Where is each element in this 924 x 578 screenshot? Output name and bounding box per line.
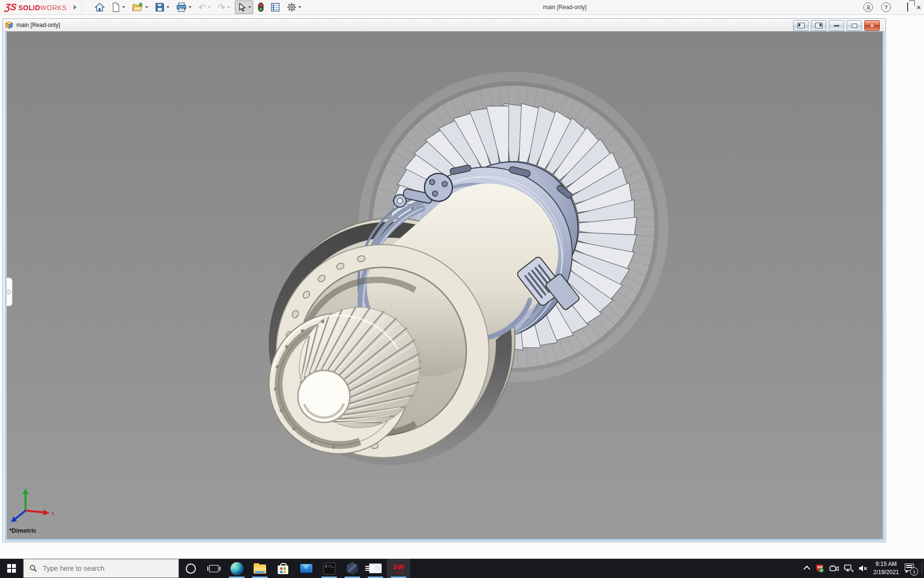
sw-shield-icon: SW [815,564,824,573]
dropdown-arrow-icon[interactable] [145,6,148,8]
windows-taskbar: C:\_ SW 2021 [0,559,924,578]
open-folder-icon [132,2,143,12]
jet-engine-model [5,31,885,541]
save-icon [155,2,165,12]
user-account-icon[interactable] [863,2,873,12]
taskbar-clock[interactable]: 9:15 AM 2/19/2021 [870,559,902,578]
print-icon [176,2,187,12]
windows-logo-icon [7,564,16,573]
minimize-icon [834,25,839,26]
doc-close-button[interactable]: × [864,20,880,31]
undo-button[interactable]: ↶ [196,0,213,14]
mdi-workspace: main [Read-only] × [0,15,924,559]
search-input[interactable] [42,564,164,573]
document-title: main [Read-only] [16,22,60,28]
solidworks-2021-icon: SW 2021 [393,563,404,574]
pane-toggle-right-button[interactable] [811,20,826,31]
feature-pane-flyout-tab[interactable] [5,277,13,306]
doc-restore-button[interactable] [847,20,862,31]
notification-badge: 1 [910,567,918,576]
restore-icon [852,24,857,28]
new-document-icon [112,2,120,12]
volume-muted-icon [858,564,868,573]
mail-icon [300,564,312,573]
network-ethernet-icon [844,564,853,573]
dropdown-arrow-icon[interactable] [208,6,211,8]
taskbar-solidworks[interactable]: SW 2021 [387,559,410,578]
new-document-button[interactable] [110,0,127,14]
volume-button[interactable] [856,559,870,578]
taskbar-desktop-app[interactable] [364,559,387,578]
command-prompt-icon: C:\_ [323,563,335,575]
person-glyph [866,5,871,10]
chevron-up-icon [803,565,810,572]
document-titlebar[interactable]: main [Read-only] × [3,19,886,31]
search-icon [29,565,37,572]
save-button[interactable] [153,0,171,14]
cortana-icon [186,564,196,574]
help-icon[interactable]: ? [881,2,891,12]
document-window: main [Read-only] × [2,18,886,542]
dropdown-arrow-icon[interactable] [298,6,301,8]
open-button[interactable] [130,0,150,14]
home-button[interactable] [92,0,107,14]
network-button[interactable] [841,559,856,578]
task-view-button[interactable] [202,559,225,578]
restore-button[interactable] [907,3,908,12]
clock-date: 2/19/2021 [873,568,899,577]
rebuild-button[interactable] [256,0,266,14]
redo-button[interactable]: ↷ [216,0,232,14]
home-icon [94,2,105,12]
menu-flyout-chevron-icon[interactable] [74,5,77,10]
cortana-button[interactable] [179,559,202,578]
dassault-glyph: ƷS [4,2,17,13]
reference-triad: x [9,487,55,526]
gear-icon [287,2,296,12]
action-center-button[interactable]: 1 [902,559,920,578]
taskbar-store[interactable] [271,559,295,578]
display-manager-icon [270,2,280,12]
dropdown-arrow-icon[interactable] [122,6,125,8]
show-desktop-button[interactable] [922,563,922,574]
taskbar-command-prompt[interactable]: C:\_ [318,559,341,578]
taskbar-hex-app[interactable] [341,559,364,578]
solidworks-logo: ƷS SOLID WORKS [5,2,67,13]
dropdown-arrow-icon[interactable] [189,6,192,8]
restore-icon [907,2,908,12]
cursor-icon [237,2,246,12]
taskbar-mail[interactable] [295,559,318,578]
system-tray: SW [803,559,924,578]
display-manager-button[interactable] [269,0,282,14]
edge-icon [231,562,244,575]
taskbar-search[interactable] [23,559,179,578]
rebuild-traffic-light-icon [258,2,264,12]
meet-now-button[interactable] [827,559,841,578]
solidworks-app-window: ƷS SOLID WORKS [0,0,924,578]
dropdown-arrow-icon[interactable] [167,6,169,8]
doc-minimize-button[interactable] [829,20,844,31]
print-button[interactable] [174,0,193,14]
solidworks-resource-monitor[interactable]: SW [812,559,827,578]
start-button[interactable] [0,559,23,578]
hidden-icons-button[interactable] [803,559,812,578]
graphics-viewport[interactable]: x *Dimetric [5,31,885,541]
dropdown-arrow-icon[interactable] [248,6,251,8]
taskbar-file-explorer[interactable] [248,559,271,578]
pane-toggle-left-button[interactable] [793,20,808,31]
options-button[interactable] [285,0,303,14]
axis-x-label: x [51,510,54,516]
flyout-knob-icon [6,289,11,294]
close-icon: × [870,23,874,29]
view-orientation-label: *Dimetric [9,527,37,534]
assembly-document-icon [5,21,13,29]
pane-right-icon [815,23,822,28]
select-tool-button[interactable] [235,0,253,14]
taskbar-edge[interactable] [225,559,248,578]
task-view-icon [209,565,218,572]
dropdown-arrow-icon[interactable] [227,6,230,8]
close-button[interactable]: × [916,3,921,12]
redo-icon: ↷ [218,2,225,12]
app-title: main [Read-only] [543,0,587,14]
clock-time: 9:15 AM [873,560,899,568]
app-titlebar: ƷS SOLID WORKS [0,0,924,15]
